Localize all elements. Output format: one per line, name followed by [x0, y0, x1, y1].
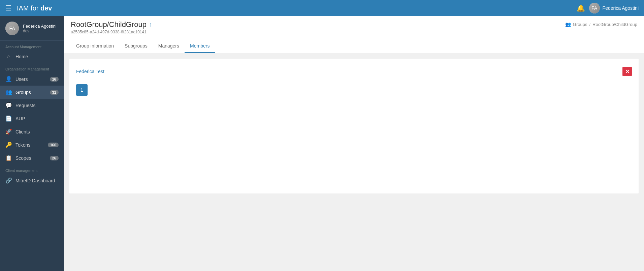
sidebar-user-org: dev: [23, 29, 57, 33]
breadcrumb-current: RootGroup/ChildGroup: [592, 22, 637, 27]
scopes-badge: 26: [50, 156, 59, 160]
sidebar-clients-label: Clients: [15, 129, 30, 134]
tab-members[interactable]: Members: [185, 40, 215, 53]
sidebar-item-clients[interactable]: 🚀 Clients: [0, 125, 64, 138]
sidebar-requests-label: Requests: [15, 103, 35, 108]
sidebar-item-requests[interactable]: 💬 Requests: [0, 99, 64, 112]
users-badge: 16: [50, 77, 59, 82]
org-management-label: Organization Management: [0, 63, 64, 72]
user-name: Federica Agostini: [603, 5, 639, 11]
tab-managers[interactable]: Managers: [153, 40, 185, 53]
navbar: ☰ IAM for dev 🔔 FA Federica Agostini: [0, 0, 644, 16]
app-title: IAM for dev: [17, 4, 52, 12]
app-env: dev: [40, 4, 52, 12]
sidebar-user-info: Federica Agostini dev: [23, 24, 57, 33]
page-title-group: RootGroup/ChildGroup ↑ a2585c85-a24d-497…: [71, 20, 152, 37]
breadcrumb-groups[interactable]: Groups: [573, 22, 587, 27]
sidebar-item-scopes[interactable]: 📋 Scopes 26: [0, 151, 64, 164]
avatar: FA: [589, 3, 600, 13]
page-title: RootGroup/ChildGroup ↑: [71, 20, 152, 29]
sidebar-item-tokens[interactable]: 🔑 Tokens 166: [0, 138, 64, 151]
client-management-label: Client management: [0, 164, 64, 174]
groups-badge: 31: [50, 90, 59, 95]
pagination: 1: [76, 84, 632, 96]
home-icon: ⌂: [5, 54, 12, 60]
hamburger-icon[interactable]: ☰: [5, 4, 11, 12]
tabs: Group information Subgroups Managers Mem…: [71, 40, 637, 53]
sidebar-avatar-image: FA: [5, 22, 19, 35]
navbar-right: 🔔 FA Federica Agostini: [577, 3, 639, 13]
member-link[interactable]: Federica Test: [76, 69, 104, 74]
tab-subgroups[interactable]: Subgroups: [119, 40, 153, 53]
page-title-text: RootGroup/ChildGroup: [71, 20, 147, 29]
clients-icon: 🚀: [5, 128, 12, 135]
remove-member-button[interactable]: ✕: [622, 67, 632, 76]
sidebar-mitreid-label: MitreID Dashboard: [15, 178, 55, 183]
sidebar: FA Federica Agostini dev Account Managem…: [0, 16, 64, 271]
sidebar-aup-label: AUP: [15, 116, 25, 121]
sidebar-home-label: Home: [15, 54, 28, 59]
main-content: RootGroup/ChildGroup ↑ a2585c85-a24d-497…: [64, 16, 644, 271]
sidebar-avatar: FA: [5, 22, 19, 35]
sidebar-groups-label: Groups: [15, 90, 31, 95]
sidebar-user: FA Federica Agostini dev: [0, 16, 64, 41]
users-icon: 👤: [5, 76, 12, 82]
tab-group-info[interactable]: Group information: [71, 40, 119, 53]
tokens-badge: 166: [48, 143, 59, 147]
aup-icon: 📄: [5, 115, 12, 122]
page-1-button[interactable]: 1: [76, 84, 88, 96]
page-title-link-icon[interactable]: ↑: [149, 21, 152, 28]
navbar-left: ☰ IAM for dev: [5, 4, 52, 12]
breadcrumb-separator: /: [589, 22, 590, 27]
notification-icon[interactable]: 🔔: [577, 4, 585, 12]
sidebar-item-home[interactable]: ⌂ Home: [0, 50, 64, 63]
sidebar-users-label: Users: [15, 77, 28, 82]
page-header: RootGroup/ChildGroup ↑ a2585c85-a24d-497…: [64, 16, 644, 53]
sidebar-item-users[interactable]: 👤 Users 16: [0, 72, 64, 86]
member-row: Federica Test ✕: [76, 65, 632, 78]
tokens-icon: 🔑: [5, 142, 12, 148]
sidebar-item-mitreid[interactable]: 🔗 MitreID Dashboard: [0, 174, 64, 187]
account-management-label: Account Management: [0, 41, 64, 50]
sidebar-item-aup[interactable]: 📄 AUP: [0, 112, 64, 125]
breadcrumb: 👥 Groups / RootGroup/ChildGroup: [565, 22, 637, 27]
sidebar-item-groups[interactable]: 👥 Groups 31: [0, 86, 64, 99]
sidebar-tokens-label: Tokens: [15, 142, 30, 148]
content-area: Federica Test ✕ 1: [69, 59, 639, 193]
sidebar-scopes-label: Scopes: [15, 155, 31, 161]
requests-icon: 💬: [5, 102, 12, 109]
page-subtitle: a2585c85-a24d-497d-9338-6f281ac10141: [71, 30, 152, 34]
layout: FA Federica Agostini dev Account Managem…: [0, 16, 644, 271]
groups-icon: 👥: [5, 89, 12, 95]
scopes-icon: 📋: [5, 155, 12, 161]
avatar-image: FA: [589, 3, 600, 13]
user-menu[interactable]: FA Federica Agostini: [589, 3, 639, 13]
page-header-top: RootGroup/ChildGroup ↑ a2585c85-a24d-497…: [71, 20, 637, 37]
mitreid-icon: 🔗: [5, 177, 12, 184]
breadcrumb-icon: 👥: [565, 22, 571, 27]
sidebar-user-name: Federica Agostini: [23, 24, 57, 29]
